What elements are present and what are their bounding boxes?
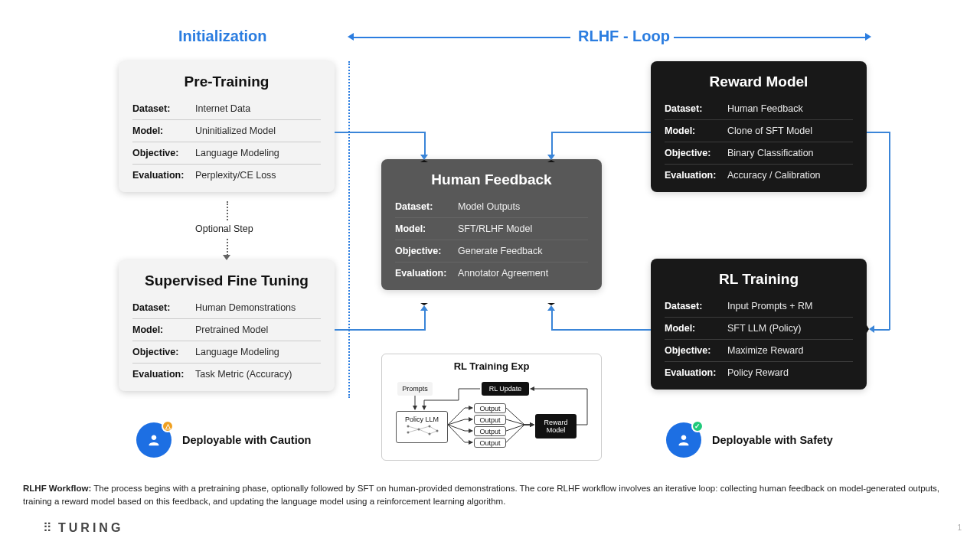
row-val: Model Outputs bbox=[458, 201, 588, 212]
mini-rl-exp: RL Training Exp Prompts Policy LLM RL Up… bbox=[381, 354, 602, 461]
row-val: Perplexity/CE Loss bbox=[195, 170, 321, 181]
check-pip-icon: ✓ bbox=[691, 420, 704, 432]
loop-rule-left-cap bbox=[348, 33, 354, 41]
row-key: Evaluation: bbox=[665, 170, 727, 181]
row-val: Language Modeling bbox=[195, 347, 321, 357]
card-human-feedback: Human Feedback Dataset:Model Outputs Mod… bbox=[381, 159, 602, 290]
row-val: Maximize Reward bbox=[727, 345, 853, 356]
svg-point-11 bbox=[436, 430, 439, 432]
svg-line-2 bbox=[419, 426, 430, 429]
footer-label: RLHF Workflow: bbox=[23, 484, 91, 493]
warning-pip-icon: △ bbox=[162, 420, 174, 432]
edge-pre-to-hf-h bbox=[335, 132, 425, 133]
row-key: Dataset: bbox=[665, 103, 727, 114]
row-val: Human Demonstrations bbox=[195, 302, 321, 313]
edge-pre-to-hf-v bbox=[424, 132, 426, 156]
mini-policy-label: Policy LLM bbox=[405, 416, 439, 423]
edge-hf-rm-h bbox=[551, 132, 651, 133]
svg-point-9 bbox=[429, 425, 431, 428]
section-rlhf-loop: RLHF - Loop bbox=[578, 28, 670, 45]
network-icon bbox=[403, 423, 440, 439]
edge-sft-to-hf-h bbox=[335, 329, 425, 331]
card-title: Reward Model bbox=[665, 73, 853, 90]
turing-wordmark: TURING bbox=[58, 521, 123, 534]
row-key: Dataset: bbox=[665, 301, 727, 311]
badge-safety-text: Deployable with Safety bbox=[712, 434, 833, 446]
card-reward-model: Reward Model Dataset:Human Feedback Mode… bbox=[651, 61, 867, 192]
edge-sft-to-hf-v bbox=[424, 308, 426, 331]
row-key: Model: bbox=[665, 126, 727, 136]
footer-caption: RLHF Workflow: The process begins with a… bbox=[23, 482, 957, 509]
row-val: Accuracy / Calibration bbox=[727, 170, 853, 181]
svg-point-10 bbox=[429, 433, 431, 435]
row-key: Evaluation: bbox=[665, 367, 727, 378]
row-key: Evaluation: bbox=[132, 369, 195, 380]
row-val: SFT LLM (Policy) bbox=[727, 323, 853, 334]
edge-hf-rl-cap bbox=[547, 303, 555, 311]
card-title: Pre-Training bbox=[132, 73, 321, 90]
svg-point-7 bbox=[407, 432, 410, 434]
card-title: Supervised Fine Tuning bbox=[132, 272, 321, 289]
row-key: Dataset: bbox=[132, 103, 195, 114]
page-number: 1 bbox=[957, 523, 962, 532]
row-val: Policy Reward bbox=[727, 367, 853, 378]
row-key: Model: bbox=[132, 324, 195, 335]
row-val: Human Feedback bbox=[727, 103, 853, 114]
loop-rule-right bbox=[674, 37, 865, 38]
row-key: Objective: bbox=[395, 246, 458, 256]
edge-hf-rl-h bbox=[551, 329, 651, 331]
svg-line-5 bbox=[430, 431, 437, 434]
turing-logo: ⠿TURING bbox=[43, 520, 123, 535]
badge-safety: ✓ Deployable with Safety bbox=[666, 422, 833, 458]
edge-rm-rl-h1 bbox=[867, 132, 890, 133]
edge-hf-rm-cap bbox=[547, 155, 555, 162]
svg-point-6 bbox=[407, 425, 410, 428]
footer-text: The process begins with a pretraining ph… bbox=[23, 484, 939, 506]
edge-rm-rl-cap bbox=[867, 325, 874, 333]
svg-line-1 bbox=[408, 429, 419, 432]
svg-line-4 bbox=[430, 426, 437, 431]
badge-caution: △ Deployable with Caution bbox=[136, 422, 311, 458]
loop-rule-left bbox=[352, 37, 570, 38]
mini-policy-llm: Policy LLM bbox=[396, 411, 448, 443]
mini-rl-update: RL Update bbox=[482, 382, 529, 396]
phase-divider bbox=[348, 61, 350, 398]
row-key: Model: bbox=[395, 223, 458, 234]
turing-mark-icon: ⠿ bbox=[43, 521, 52, 534]
card-sft: Supervised Fine Tuning Dataset:Human Dem… bbox=[119, 260, 335, 391]
edge-rm-rl-v bbox=[889, 132, 890, 330]
mini-reward-model: Reward Model bbox=[535, 414, 577, 439]
row-val: Internet Data bbox=[195, 103, 321, 114]
row-val: Binary Classification bbox=[727, 148, 853, 158]
group-icon: ✓ bbox=[666, 422, 701, 458]
badge-caution-text: Deployable with Caution bbox=[182, 434, 311, 446]
mini-title: RL Training Exp bbox=[382, 354, 601, 373]
edge-sft-to-hf-cap bbox=[420, 303, 428, 311]
row-key: Evaluation: bbox=[395, 268, 458, 279]
card-title: RL Training bbox=[665, 271, 853, 288]
row-key: Objective: bbox=[665, 148, 727, 158]
row-val: Annotator Agreement bbox=[458, 268, 588, 279]
row-val: Pretrained Model bbox=[195, 324, 321, 335]
row-val: Input Prompts + RM bbox=[727, 301, 853, 311]
mini-prompts: Prompts bbox=[397, 382, 433, 396]
edge-hf-rm-v bbox=[551, 132, 553, 156]
mini-output: Output bbox=[474, 438, 506, 448]
optional-arrowhead bbox=[223, 255, 230, 260]
row-val: Uninitialized Model bbox=[195, 126, 321, 136]
svg-line-3 bbox=[419, 429, 430, 434]
row-val: Language Modeling bbox=[195, 148, 321, 158]
row-key: Evaluation: bbox=[132, 170, 195, 181]
optional-dots-top bbox=[227, 201, 228, 220]
row-key: Dataset: bbox=[132, 302, 195, 313]
mini-output: Output bbox=[474, 403, 506, 413]
row-key: Model: bbox=[132, 126, 195, 136]
optional-step-label: Optional Step bbox=[195, 223, 253, 234]
edge-hf-rl-v bbox=[551, 308, 553, 331]
group-icon: △ bbox=[136, 422, 172, 458]
svg-line-0 bbox=[408, 426, 419, 429]
loop-rule-right-cap bbox=[865, 33, 871, 41]
svg-point-8 bbox=[418, 429, 420, 431]
row-val: Clone of SFT Model bbox=[727, 126, 853, 136]
row-val: Task Metric (Accuracy) bbox=[195, 369, 321, 380]
